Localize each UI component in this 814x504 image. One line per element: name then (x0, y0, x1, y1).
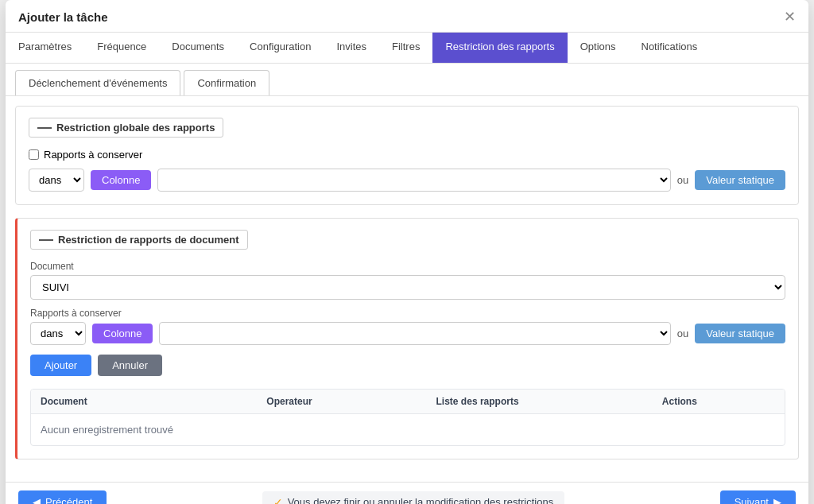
global-dans-select[interactable]: dans (29, 169, 84, 192)
global-valeur-btn[interactable]: Valeur statique (695, 170, 785, 190)
modal-body: Restriction globale des rapports Rapport… (6, 96, 808, 482)
section-global: Restriction globale des rapports Rapport… (15, 106, 799, 205)
global-colonne-select[interactable] (158, 169, 669, 191)
modal-header: Ajouter la tâche ✕ (6, 0, 808, 33)
tab-restriction-rapports[interactable]: Restriction des rapports (432, 33, 567, 63)
section-title-bar (37, 127, 52, 129)
tab-documents[interactable]: Documents (159, 33, 237, 63)
modal: Ajouter la tâche ✕ Paramètres Fréquence … (6, 0, 808, 504)
action-buttons-row: Ajouter Annuler (30, 355, 785, 376)
table-area: Document Operateur Liste des rapports Ac… (30, 389, 785, 446)
suivant-button[interactable]: Suivant ▶ (720, 490, 796, 504)
document-field-label: Document (30, 261, 785, 272)
tab-filtres[interactable]: Filtres (379, 33, 432, 63)
global-colonne-select-container (157, 169, 670, 192)
section-document: Restriction de rapports de document Docu… (15, 218, 799, 459)
section-document-title: Restriction de rapports de document (30, 230, 785, 250)
annuler-button[interactable]: Annuler (98, 355, 162, 376)
sub-tabs: Déclenchement d'événements Confirmation (6, 64, 808, 96)
tab-configuration[interactable]: Configuration (237, 33, 324, 63)
close-button[interactable]: ✕ (784, 10, 796, 24)
sub-tab-confirmation[interactable]: Confirmation (184, 70, 269, 95)
tab-options[interactable]: Options (568, 33, 629, 63)
document-form-row: dans Colonne ou Valeur statique (30, 322, 785, 345)
section-document-label: Restriction de rapports de document (58, 234, 239, 246)
section-global-title: Restriction globale des rapports (29, 118, 785, 138)
document-colonne-select[interactable] (160, 323, 669, 344)
document-colonne-btn[interactable]: Colonne (92, 324, 153, 343)
suivant-arrow-icon: ▶ (773, 496, 781, 504)
sub-tab-declenchement[interactable]: Déclenchement d'événements (15, 70, 180, 95)
global-checkbox-row: Rapports à conserver (29, 149, 785, 161)
section-global-title-box: Restriction globale des rapports (29, 118, 223, 138)
rapports-field-label: Rapports à conserver (30, 308, 785, 319)
global-checkbox-label: Rapports à conserver (44, 149, 142, 161)
global-ou-label: ou (677, 174, 688, 186)
tab-frequence[interactable]: Fréquence (84, 33, 159, 63)
document-valeur-btn[interactable]: Valeur statique (695, 324, 785, 343)
precedent-arrow-icon: ◀ (33, 496, 41, 504)
global-form-row: dans Colonne ou Valeur statique (29, 169, 785, 192)
table-header: Document Operateur Liste des rapports Ac… (31, 390, 785, 414)
precedent-button[interactable]: ◀ Précédent (18, 490, 107, 504)
tab-invites[interactable]: Invites (324, 33, 379, 63)
section-global-label: Restriction globale des rapports (56, 122, 215, 134)
section-doc-title-bar (39, 239, 53, 241)
table-col-operateur: Operateur (266, 396, 436, 407)
table-empty-message: Aucun enregistrement trouvé (31, 414, 785, 445)
warning-icon: ✓ (273, 496, 283, 505)
modal-footer: ◀ Précédent ✓ Vous devez finir ou annule… (6, 482, 808, 504)
table-col-document: Document (41, 396, 266, 407)
global-colonne-btn[interactable]: Colonne (91, 170, 151, 190)
main-tabs: Paramètres Fréquence Documents Configura… (6, 33, 808, 64)
document-colonne-select-container (159, 322, 670, 345)
ajouter-button[interactable]: Ajouter (30, 355, 91, 376)
tab-notifications[interactable]: Notifications (629, 33, 711, 63)
document-dans-select[interactable]: dans (30, 322, 86, 345)
modal-title: Ajouter la tâche (18, 10, 108, 24)
suivant-label: Suivant (735, 496, 769, 504)
warning-text: Vous devez finir ou annuler la modificat… (288, 496, 554, 504)
document-ou-label: ou (677, 328, 688, 339)
tab-parametres[interactable]: Paramètres (6, 33, 84, 63)
table-col-liste-rapports: Liste des rapports (436, 396, 662, 407)
document-select[interactable]: SUIVI (30, 275, 785, 300)
section-document-title-box: Restriction de rapports de document (30, 230, 248, 250)
table-col-actions: Actions (662, 396, 775, 407)
warning-message-container: ✓ Vous devez finir ou annuler la modific… (262, 491, 565, 505)
global-checkbox[interactable] (29, 149, 39, 160)
precedent-label: Précédent (45, 496, 92, 504)
